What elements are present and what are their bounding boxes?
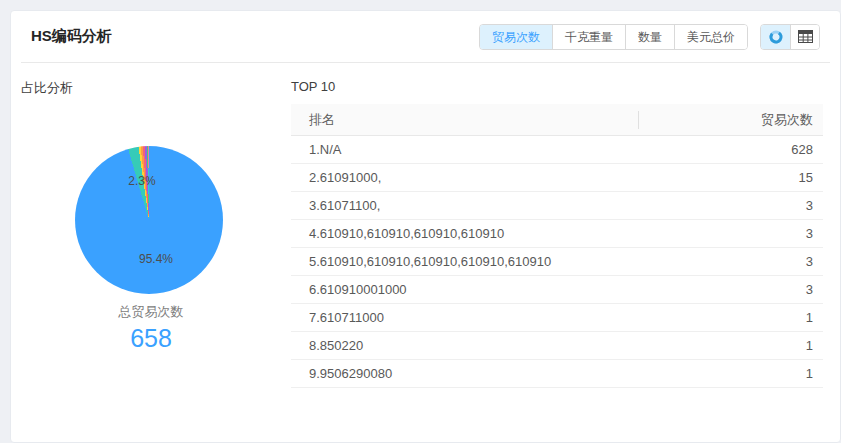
pie-percent-label-minor: 2.3% [128, 174, 155, 188]
top10-table: 排名 贸易次数 1.N/A6282.61091000,153.61071100,… [291, 104, 823, 388]
rank-cell: 9.9506290080 [291, 366, 392, 381]
rank-cell: 3.61071100, [291, 198, 380, 213]
value-cell: 3 [806, 254, 823, 269]
value-cell: 1 [806, 366, 823, 381]
table-row[interactable]: 2.61091000,15 [291, 164, 823, 192]
hs-code-analysis-card: HS编码分析 贸易次数千克重量数量美元总价 [10, 10, 841, 443]
rank-cell: 7.610711000 [291, 310, 384, 325]
rank-cell: 5.610910,610910,610910,610910,610910 [291, 254, 551, 269]
table-row[interactable]: 3.61071100,3 [291, 192, 823, 220]
value-cell: 628 [791, 142, 823, 157]
rank-cell: 4.610910,610910,610910,610910 [291, 226, 504, 241]
toolbar: 贸易次数千克重量数量美元总价 [479, 24, 820, 50]
rank-column-header: 排名 [291, 111, 335, 129]
metric-button-group: 贸易次数千克重量数量美元总价 [479, 24, 748, 50]
rank-cell: 6.610910001000 [291, 282, 407, 297]
table-row[interactable]: 9.95062900801 [291, 360, 823, 388]
rank-cell: 2.61091000, [291, 170, 381, 185]
rank-cell: 8.850220 [291, 338, 363, 353]
metric-tab-4[interactable]: 美元总价 [674, 25, 747, 49]
table-header: 排名 贸易次数 [291, 104, 823, 136]
metric-tab-3[interactable]: 数量 [625, 25, 674, 49]
chart-view-button[interactable] [761, 25, 790, 49]
total-summary: 总贸易次数 658 [71, 303, 231, 353]
pie-percent-label-major: 95.4% [139, 252, 173, 266]
total-value: 658 [71, 324, 231, 353]
page-title: HS编码分析 [31, 27, 112, 46]
table-row[interactable]: 4.610910,610910,610910,6109103 [291, 220, 823, 248]
value-cell: 1 [806, 338, 823, 353]
metric-tab-1[interactable]: 贸易次数 [480, 25, 552, 49]
value-cell: 3 [806, 226, 823, 241]
column-divider [638, 111, 639, 129]
table-view-button[interactable] [790, 25, 819, 49]
view-toggle-group [760, 24, 820, 50]
table-row[interactable]: 6.6109100010003 [291, 276, 823, 304]
total-label: 总贸易次数 [71, 303, 231, 321]
metric-tab-2[interactable]: 千克重量 [552, 25, 625, 49]
pie-graphic[interactable] [75, 146, 223, 294]
rank-cell: 1.N/A [291, 142, 342, 157]
table-icon [798, 30, 813, 43]
pie-chart: 2.3% 95.4% [75, 146, 223, 294]
table-row[interactable]: 1.N/A628 [291, 136, 823, 164]
value-cell: 15 [799, 170, 823, 185]
pie-chart-icon [768, 29, 784, 45]
value-cell: 3 [806, 282, 823, 297]
top10-section-title: TOP 10 [291, 79, 335, 94]
table-row[interactable]: 7.6107110001 [291, 304, 823, 332]
value-cell: 3 [806, 198, 823, 213]
value-cell: 1 [806, 310, 823, 325]
table-body: 1.N/A6282.61091000,153.61071100,34.61091… [291, 136, 823, 388]
card-header: HS编码分析 贸易次数千克重量数量美元总价 [21, 11, 830, 63]
value-column-header: 贸易次数 [761, 111, 823, 129]
table-row[interactable]: 8.8502201 [291, 332, 823, 360]
proportion-section-title: 占比分析 [21, 79, 73, 97]
table-row[interactable]: 5.610910,610910,610910,610910,6109103 [291, 248, 823, 276]
